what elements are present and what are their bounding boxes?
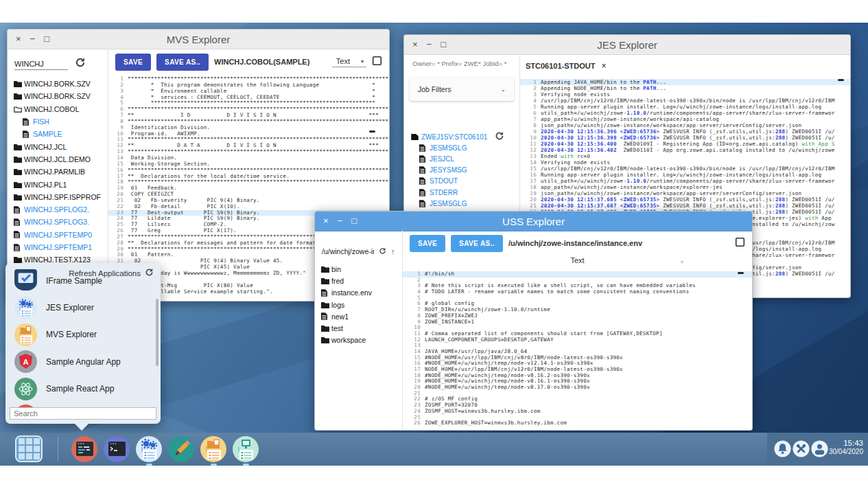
open-in-new-icon[interactable]: [735, 237, 745, 250]
uss-tree-item[interactable]: bin: [321, 263, 401, 275]
mvs-titlebar[interactable]: × − □ MVS Explorer: [8, 30, 389, 49]
dataset-tree-item[interactable]: WINCHJ.SPFLOG2.: [14, 203, 107, 216]
dataset-tree-item[interactable]: FISH: [14, 115, 107, 128]
dataset-tree-item[interactable]: WINCHJ.SPFLOG3.: [14, 216, 107, 228]
dataset-tree-item[interactable]: WINCHJ.PARMLIB: [14, 166, 107, 178]
line-number: 19: [520, 190, 541, 196]
close-icon[interactable]: ×: [601, 61, 606, 71]
tab-stc06101-stdout[interactable]: STC06101-STDOUT ×: [526, 61, 607, 71]
taskbar-app-jes-explorer[interactable]: [136, 436, 162, 462]
code-line: 18app_path=/u/winchj/zowe-instance/works…: [520, 184, 850, 190]
job-tree-item[interactable]: JESMSGLG: [411, 142, 519, 153]
line-text: Appending NODE_HOME/bin to the PATH...: [541, 85, 666, 91]
save-as-button[interactable]: SAVE AS..: [156, 54, 209, 71]
launcher-app-label: Sample Angular App: [46, 357, 121, 367]
job-filters-accordion[interactable]: Job Filters ⌄: [410, 78, 514, 101]
line-number: 1: [520, 79, 541, 85]
app-grid-icon[interactable]: [15, 435, 43, 462]
launcher-app-mvs-explorer[interactable]: MVS Explorer: [5, 321, 161, 348]
launcher-scrollbar[interactable]: [156, 299, 159, 366]
file-icon: [14, 218, 24, 226]
line-number: 10: [520, 135, 541, 141]
uss-path-input[interactable]: /u/winchj/zowe-in: [322, 247, 374, 255]
dataset-tree-item[interactable]: WINCHJ.PL1: [14, 178, 107, 190]
file-icon: [14, 244, 24, 251]
dataset-tree-item[interactable]: WINCHJ.SPFTEMP1: [14, 241, 107, 253]
dataset-tree-item[interactable]: WINCHJ.BORK.SZV: [14, 90, 107, 102]
jes-tab-row: STC06101-STDOUT ×: [520, 54, 850, 78]
maximize-icon[interactable]: □: [441, 35, 446, 54]
taskbar-app-tn3270-terminal[interactable]: [71, 436, 97, 462]
uss-tree-item[interactable]: fred: [321, 275, 401, 286]
uss-tree-item[interactable]: instance.env: [321, 287, 401, 299]
close-icon[interactable]: ×: [412, 35, 418, 54]
syntax-select[interactable]: Text: [403, 256, 752, 264]
dataset-tree-item[interactable]: WINCHJ.SPF.ISPPROF: [14, 191, 107, 203]
code-line: 9ZOWE_INSTANCE=1: [403, 319, 752, 326]
uss-tree-item[interactable]: test: [321, 322, 401, 334]
dataset-tree-item[interactable]: WINCHJ.JCL: [14, 140, 107, 152]
close-icon[interactable]: ×: [323, 212, 329, 231]
refresh-icon[interactable]: [379, 245, 386, 258]
window-title: MVS Explorer: [8, 34, 389, 45]
search-input[interactable]: [10, 407, 156, 420]
mvs-scrollbar-thumb[interactable]: [369, 130, 375, 133]
up-arrow-icon[interactable]: ↑: [391, 247, 395, 255]
code-line: 17utils_path=/u/winchj/zowe-1.10.0/runti…: [520, 178, 850, 184]
taskbar-app-editor[interactable]: [168, 436, 194, 462]
launcher-app-sample-angular-app[interactable]: ASample Angular App: [5, 348, 161, 375]
dataset-tree-item[interactable]: SAMPLE: [14, 128, 107, 140]
dataset-tree-item[interactable]: WINCHJ.BORK.SZV: [14, 78, 107, 90]
tree-item-label: SAMPLE: [33, 130, 62, 138]
job-tree-item[interactable]: JESMSGLG: [411, 198, 519, 209]
uss-code-editor[interactable]: 1#!/bin/sh23# Note this script is execut…: [403, 271, 752, 430]
uss-tree-item[interactable]: workspace: [321, 334, 401, 346]
line-text: 2020-04-30 12:15:37.685 <ZWED:65735> ZWE…: [541, 196, 835, 203]
launcher-app-jes-explorer[interactable]: JES Explorer: [5, 294, 161, 321]
refresh-applications[interactable]: Refresh Applications: [69, 268, 154, 278]
uss-tree-item[interactable]: logs: [321, 299, 401, 310]
refresh-icon[interactable]: [75, 57, 86, 71]
dataset-tree-item[interactable]: WINCHJ.SPFTEMP0: [14, 229, 107, 241]
dataset-tree-item[interactable]: WINCHJ.COBOL: [14, 103, 107, 115]
dataset-filter-input[interactable]: [14, 58, 68, 70]
save-button[interactable]: SAVE: [410, 235, 445, 252]
settings-tools-icon[interactable]: [793, 440, 810, 460]
syntax-select[interactable]: Text ▾: [332, 56, 366, 67]
uss-titlebar[interactable]: × − □ USS Explorer: [315, 212, 752, 231]
job-refresh-icon[interactable]: [495, 131, 504, 144]
minimize-icon[interactable]: −: [30, 30, 36, 49]
notifications-icon[interactable]: [774, 440, 791, 460]
launcher-app-sample-react-app[interactable]: Sample React App: [5, 376, 161, 402]
close-icon[interactable]: ×: [16, 30, 21, 49]
minimize-icon[interactable]: −: [338, 212, 343, 231]
line-number: 26: [403, 420, 425, 427]
dataset-tree-item[interactable]: WINCHJ.JCL.DEMO: [14, 153, 107, 166]
jes-titlebar[interactable]: × − □ JES Explorer: [404, 35, 850, 55]
line-number: 7: [403, 307, 425, 313]
tree-item-label: WINCHJ.BORK.SZV: [24, 80, 91, 88]
job-tree-item[interactable]: JESJCL: [411, 153, 519, 164]
job-tree-item[interactable]: STDOUT: [411, 176, 519, 187]
open-in-new-icon[interactable]: [372, 56, 382, 69]
uss-tree-item[interactable]: new1: [321, 310, 401, 322]
taskbar-app-uss-explorer[interactable]: [233, 436, 259, 462]
save-as-button[interactable]: SAVE AS..: [451, 235, 503, 252]
jes-scrollbar-thumb[interactable]: [838, 79, 844, 81]
taskbar-app-mvs-explorer[interactable]: [200, 436, 226, 462]
clock-date: 30/04/2020: [829, 448, 863, 456]
file-icon: [14, 206, 24, 214]
tree-item-label: ZWEJ1SV:STC06101: [421, 133, 487, 141]
taskbar-app-vt-terminal[interactable]: [104, 436, 130, 462]
user-icon[interactable]: [811, 440, 828, 460]
minimize-icon[interactable]: −: [427, 35, 432, 54]
job-tree-item[interactable]: JESYSMSG: [411, 165, 519, 176]
save-button[interactable]: SAVE: [115, 54, 151, 71]
angular-app-icon: A: [14, 350, 37, 373]
maximize-icon[interactable]: □: [44, 30, 49, 49]
line-number: 5: [403, 295, 425, 302]
uss-scrollbar-thumb[interactable]: [738, 272, 744, 274]
job-tree-item[interactable]: STDERR: [411, 187, 519, 198]
maximize-icon[interactable]: □: [351, 212, 357, 231]
line-number: 16: [520, 172, 541, 178]
